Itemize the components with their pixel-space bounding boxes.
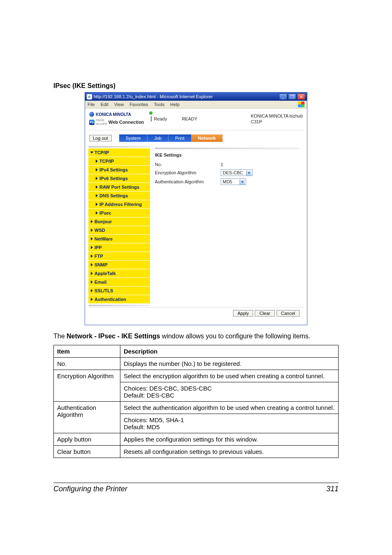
tab-print[interactable]: Print <box>168 134 191 142</box>
description-text: The Network - IPsec - IKE Settings windo… <box>53 333 339 340</box>
sidebar-nav: TCP/IP TCP/IP IPv4 Settings IPv6 Setting… <box>88 146 150 307</box>
auth-algo-select-value: MD5 <box>223 179 232 184</box>
auth-algo-select[interactable]: MD5 <box>221 178 246 185</box>
th-description: Description <box>120 345 339 358</box>
row-no-desc: Displays the number (No.) to be register… <box>120 358 339 370</box>
encryption-select[interactable]: DES-CBC <box>221 169 253 176</box>
nav-ssltls[interactable]: SSL/TLS <box>88 287 150 295</box>
nav-ipp[interactable]: IPP <box>88 243 150 252</box>
auth-algo-label: Authentication Algorithm <box>155 179 221 184</box>
nav-tcpip[interactable]: TCP/IP <box>88 148 150 157</box>
menu-file[interactable]: File <box>88 102 95 107</box>
spec-table: Item Description No. Displays the number… <box>53 345 339 458</box>
nav-raw-port[interactable]: RAW Port Settings <box>88 183 150 192</box>
ie-window: e http://192.168.1.2/u_index.html - Micr… <box>85 92 307 325</box>
row-no-item: No. <box>54 358 120 370</box>
chevron-down-icon <box>248 172 250 174</box>
page-footer-left: Configuring the Printer <box>53 485 127 493</box>
status-ready-caps: READY <box>182 116 197 121</box>
section-heading: IPsec (IKE Settings) <box>53 82 339 90</box>
window-title: http://192.168.1.2/u_index.html - Micros… <box>94 94 213 99</box>
device-model-line2: C31P <box>251 119 303 125</box>
top-tabs: System Job Print Network <box>119 134 223 142</box>
printer-icon <box>151 116 152 122</box>
menu-favorites[interactable]: Favorites <box>129 102 148 107</box>
nav-wsd[interactable]: WSD <box>88 226 150 235</box>
brand-name: KONICA MINOLTA <box>96 112 131 117</box>
row-auth-desc2: Choices: MD5, SHA-1 Default: MD5 <box>120 414 339 433</box>
th-item: Item <box>54 345 120 358</box>
table-row: Clear button Resets all configuration se… <box>54 446 339 458</box>
row-enc-desc2: Choices: DES-CBC, 3DES-CBC Default: DES-… <box>120 382 339 402</box>
maximize-button[interactable]: ❐ <box>288 93 296 100</box>
status-ready-label: Ready <box>154 116 167 121</box>
nav-ipv4[interactable]: IPv4 Settings <box>88 166 150 174</box>
nav-ipsec[interactable]: IPsec <box>88 209 150 217</box>
tab-network[interactable]: Network <box>191 134 223 142</box>
clear-button[interactable]: Clear <box>255 310 274 317</box>
nav-ftp[interactable]: FTP <box>88 252 150 261</box>
ie-menubar: File Edit View Favorites Tools Help <box>85 101 307 109</box>
nav-snmp[interactable]: SNMP <box>88 261 150 269</box>
row-apply-item: Apply button <box>54 433 120 446</box>
nav-dns[interactable]: DNS Settings <box>88 192 150 200</box>
panel-title: IKE Settings <box>155 153 300 157</box>
table-row: Authentication Algorithm Select the auth… <box>54 402 339 414</box>
row-clear-item: Clear button <box>54 446 120 458</box>
ie-icon: e <box>87 94 92 99</box>
row-apply-desc: Applies the configuration settings for t… <box>120 433 339 446</box>
menu-tools[interactable]: Tools <box>154 102 165 107</box>
chevron-down-icon <box>241 181 244 183</box>
close-button[interactable]: ✕ <box>297 93 305 100</box>
web-connection-label: PS PAGESCOPE Web Connection <box>89 118 144 126</box>
menu-edit[interactable]: Edit <box>101 102 108 107</box>
sidebar-separator-bottom <box>88 305 150 306</box>
page-footer-right: 311 <box>326 485 339 493</box>
window-titlebar: e http://192.168.1.2/u_index.html - Micr… <box>85 92 307 101</box>
table-row: Apply button Applies the configuration s… <box>54 433 339 446</box>
minimize-button[interactable]: _ <box>279 93 287 100</box>
nav-netware[interactable]: NetWare <box>88 235 150 243</box>
encryption-select-value: DES-CBC <box>223 170 243 175</box>
tab-system[interactable]: System <box>119 134 148 142</box>
logout-button[interactable]: Log out <box>89 135 112 141</box>
brand-logo: KONICA MINOLTA <box>89 112 144 117</box>
panel-separator <box>155 148 300 149</box>
sidebar-separator <box>88 146 150 148</box>
no-label: No. <box>155 162 221 167</box>
settings-panel: IKE Settings No. 1 Encryption Algorithm … <box>150 146 304 307</box>
nav-authentication[interactable]: Authentication <box>88 295 150 304</box>
row-enc-item: Encryption Algorithm <box>54 370 120 402</box>
row-clear-desc: Resets all configuration settings to pre… <box>120 446 339 458</box>
nav-tcpip-sub[interactable]: TCP/IP <box>88 157 150 166</box>
device-model-line1: KONICA MINOLTA bizhub <box>251 113 303 119</box>
cancel-button[interactable]: Cancel <box>277 310 300 317</box>
pagescope-icon: PS <box>89 120 95 125</box>
menu-view[interactable]: View <box>114 102 124 107</box>
nav-email[interactable]: Email <box>88 278 150 287</box>
no-value: 1 <box>221 162 223 167</box>
table-row: No. Displays the number (No.) to be regi… <box>54 358 339 370</box>
tab-job[interactable]: Job <box>148 134 168 142</box>
nav-appletalk[interactable]: AppleTalk <box>88 269 150 278</box>
row-auth-item: Authentication Algorithm <box>54 402 120 433</box>
table-row: Encryption Algorithm Select the encrypti… <box>54 370 339 382</box>
brand-globe-icon <box>89 112 94 117</box>
windows-flag-icon <box>298 102 304 107</box>
encryption-label: Encryption Algorithm <box>155 170 221 175</box>
menu-help[interactable]: Help <box>170 102 180 107</box>
nav-ipv6[interactable]: IPv6 Settings <box>88 174 150 183</box>
status-indicator-icon <box>149 111 152 115</box>
nav-bonjour[interactable]: Bonjour <box>88 217 150 226</box>
apply-button[interactable]: Apply <box>233 310 254 317</box>
nav-ip-filtering[interactable]: IP Address Filtering <box>88 200 150 209</box>
row-enc-desc1: Select the encryption algorithm to be us… <box>120 370 339 382</box>
row-auth-desc1: Select the authentication algorithm to b… <box>120 402 339 414</box>
